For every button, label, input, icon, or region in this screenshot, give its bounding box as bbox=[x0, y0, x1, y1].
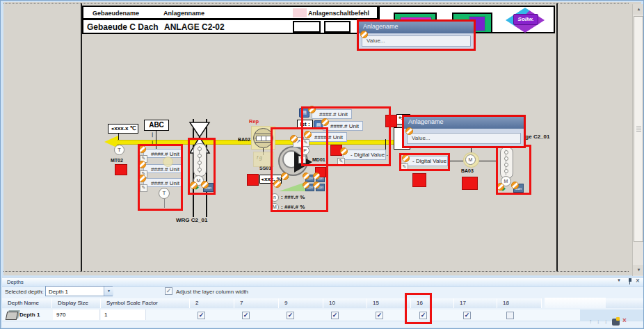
depth-row-name[interactable]: Depth 1 bbox=[19, 312, 40, 318]
titleblock-col-building: Gebaeudename bbox=[92, 10, 139, 17]
titleblock-row1: Gebaeudename Anlagenname Anlagenschaltbe… bbox=[82, 6, 378, 19]
page-boundary-bottom bbox=[3, 271, 629, 272]
alarm-marker-mid bbox=[412, 173, 426, 187]
depths-panel-title: Depths bbox=[2, 278, 643, 285]
col-header-18[interactable]: 18 bbox=[497, 298, 542, 308]
visibility-checkbox-18[interactable] bbox=[506, 312, 514, 319]
selection-rect-left-stack bbox=[138, 144, 183, 211]
scroll-down-button[interactable]: ▼ bbox=[633, 265, 644, 275]
drawing-canvas[interactable]: Gebaeudename Anlagenname Anlagenschaltbe… bbox=[3, 2, 641, 275]
temp-setpoint-box[interactable]: ◄xxx.x ℃ bbox=[108, 124, 138, 134]
empty-cell-2[interactable] bbox=[324, 21, 351, 33]
visibility-checkbox-9[interactable]: ✓ bbox=[287, 312, 294, 319]
vendor-logo-text: Sollw. bbox=[513, 14, 538, 25]
alarm-marker-mt02 bbox=[115, 164, 127, 175]
binding-popup-top[interactable]: Anlagename Value... bbox=[357, 19, 476, 51]
panel-menu-chevron-icon[interactable]: ▼ bbox=[617, 278, 621, 282]
depth-select-value: Depth 1 bbox=[49, 289, 68, 295]
layer-icon bbox=[6, 312, 19, 320]
no-binding-icon bbox=[405, 127, 413, 135]
alarm-marker-ba03 bbox=[462, 177, 478, 190]
application-window: Gebaeudename Anlagenname Anlagenschaltbe… bbox=[0, 0, 644, 329]
no-binding-icon bbox=[360, 31, 368, 38]
titleblock-row2: Gebaeude C Dach ANLAGE C2-02 bbox=[82, 19, 378, 34]
visibility-checkbox-10[interactable]: ✓ bbox=[331, 312, 339, 319]
page-boundary-top bbox=[3, 3, 629, 3]
popup-value-field[interactable]: Value... bbox=[362, 35, 471, 47]
selection-rect-column-16 bbox=[405, 293, 432, 324]
pin-icon[interactable] bbox=[627, 278, 632, 285]
col-header-2[interactable]: 2 bbox=[190, 298, 234, 308]
col-header-7[interactable]: 7 bbox=[234, 298, 279, 308]
page-border-left bbox=[81, 3, 82, 271]
visibility-checkbox-17[interactable]: ✓ bbox=[463, 312, 471, 319]
adjust-width-label: Adjust the layer column width bbox=[176, 289, 248, 295]
titleblock-col-plant: Anlagenname bbox=[163, 10, 204, 17]
canvas-vertical-scrollbar[interactable]: ▲ ▼ bbox=[632, 4, 644, 276]
selection-rect-left-damper bbox=[188, 138, 216, 195]
plant-name-value[interactable]: ANLAGE C2-02 bbox=[164, 22, 225, 32]
alarm-marker-ss01 bbox=[247, 174, 259, 186]
empty-cell-1[interactable] bbox=[293, 21, 321, 33]
depth-select-dropdown[interactable]: Depth 1 ▼ bbox=[45, 286, 113, 296]
col-header-empty-1 bbox=[545, 298, 606, 308]
col-header-10[interactable]: 10 bbox=[323, 298, 367, 308]
adjust-width-checkbox[interactable]: ✓ bbox=[165, 287, 172, 295]
move-bottom-icon[interactable]: ↓ bbox=[604, 318, 608, 325]
visibility-checkbox-15[interactable]: ✓ bbox=[376, 312, 383, 319]
ba02-label: BA02 bbox=[238, 137, 250, 142]
delete-layer-icon[interactable]: × bbox=[622, 316, 627, 324]
dropdown-arrow-icon[interactable]: ▼ bbox=[104, 287, 113, 296]
panel-close-icon[interactable]: × bbox=[636, 277, 640, 284]
scrollbar-thumb[interactable] bbox=[634, 16, 643, 242]
ba03-label: BA03 bbox=[461, 168, 474, 173]
binding-popup-right[interactable]: Anlagename Value... bbox=[402, 115, 526, 148]
col-header-17[interactable]: 17 bbox=[454, 298, 497, 308]
col-header-9[interactable]: 9 bbox=[279, 298, 323, 308]
scroll-up-button[interactable]: ▲ bbox=[633, 4, 644, 15]
popup-title: Anlagename bbox=[404, 117, 524, 129]
building-name-value[interactable]: Gebaeude C Dach bbox=[87, 22, 159, 32]
mt02-label: MT02 bbox=[111, 158, 123, 163]
col-header-empty-2 bbox=[606, 298, 643, 308]
popup-value-field[interactable]: Value... bbox=[407, 133, 521, 144]
scale-factor-cell[interactable]: 1 bbox=[101, 310, 146, 320]
visibility-checkbox-7[interactable]: ✓ bbox=[242, 312, 250, 319]
wrg-label: WRG C2_01 bbox=[176, 217, 207, 223]
rep-flag-label: Rep bbox=[249, 118, 259, 125]
break-mark-1: / bbox=[151, 131, 154, 138]
visibility-checkbox-2[interactable]: ✓ bbox=[198, 312, 205, 319]
abc-label-box[interactable]: ABC bbox=[144, 120, 169, 131]
titleblock-col-switch: Anlagenschaltbefehl bbox=[308, 10, 369, 17]
move-down-icon[interactable]: ↓ bbox=[597, 318, 600, 325]
selection-rect-center-stack bbox=[301, 106, 391, 166]
popup-title: Anlagename bbox=[359, 22, 474, 33]
move-up-icon[interactable]: ↑ bbox=[589, 318, 593, 325]
display-size-cell[interactable]: 970 bbox=[53, 310, 100, 320]
layer-action-icon[interactable] bbox=[612, 319, 620, 326]
ba03-motor-circle[interactable]: M bbox=[465, 154, 476, 165]
depths-panel: Depths ▼ × Selected depth: Depth 1 ▼ ✓ A… bbox=[2, 277, 643, 328]
mt02-sensor-circle[interactable]: T bbox=[114, 145, 124, 155]
col-header-symbol-scale[interactable]: Symbol Scale Factor bbox=[101, 298, 190, 308]
page-border-right bbox=[556, 3, 558, 271]
col-header-depth-name[interactable]: Depth Name bbox=[2, 298, 52, 308]
selection-rect-right-damper bbox=[496, 145, 531, 195]
selection-rect-digital-value bbox=[399, 153, 450, 171]
switch-command-indicator bbox=[293, 8, 307, 17]
col-header-display-size[interactable]: Display Size bbox=[52, 298, 101, 308]
selected-depth-label: Selected depth: bbox=[5, 289, 44, 295]
